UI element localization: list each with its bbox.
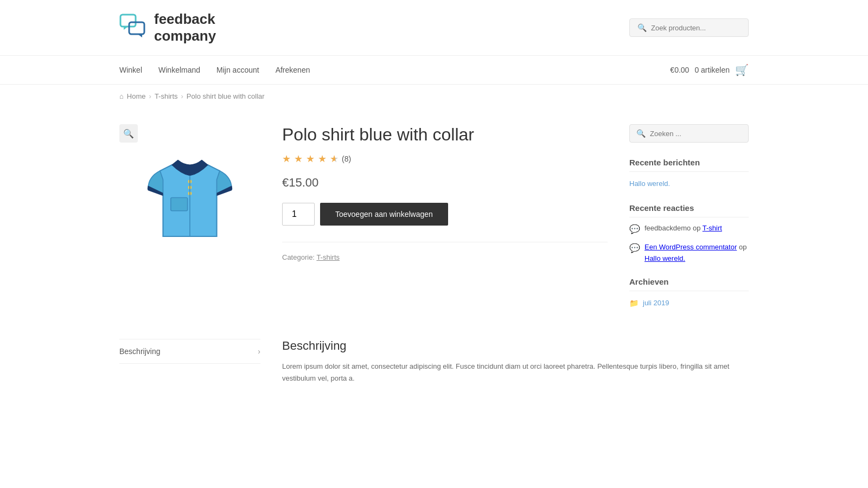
- product-image: [130, 135, 250, 254]
- product-title: Polo shirt blue with collar: [282, 124, 608, 145]
- breadcrumb-sep2: ›: [181, 92, 183, 100]
- star-3: ★: [306, 153, 315, 165]
- description-text: Lorem ipsum dolor sit amet, consectetur …: [282, 361, 749, 384]
- nav-links: Winkel Winkelmand Mijn account Afrekenen: [119, 66, 310, 74]
- category-link[interactable]: T-shirts: [316, 253, 340, 261]
- main-nav: Winkel Winkelmand Mijn account Afrekenen…: [0, 56, 868, 85]
- archives-title: Archieven: [629, 277, 749, 291]
- product-price: €15.00: [282, 176, 608, 190]
- product-area: 🔍: [119, 124, 608, 322]
- recent-comments-title: Recente reacties: [629, 203, 749, 217]
- sidebar-recent-comments: Recente reacties 💬 feedbackdemo op T-shi…: [629, 203, 749, 265]
- nav-mijn-account[interactable]: Mijn account: [216, 66, 259, 74]
- quantity-input[interactable]: [282, 203, 315, 226]
- archive-item-1: 📁 juli 2019: [629, 297, 749, 309]
- comment-text-1: feedbackdemo op T-shirt: [644, 223, 722, 234]
- nav-afrekenen[interactable]: Afrekenen: [276, 66, 310, 74]
- nav-winkelmand[interactable]: Winkelmand: [158, 66, 200, 74]
- header-search-input[interactable]: [651, 24, 741, 32]
- comment1-on: op: [693, 224, 700, 232]
- breadcrumb-category[interactable]: T-shirts: [155, 92, 178, 100]
- search-icon: 🔍: [637, 23, 647, 32]
- category-label: Categorie:: [282, 253, 315, 261]
- star-4: ★: [318, 153, 327, 165]
- description-tab-button[interactable]: Beschrijving ›: [119, 339, 260, 364]
- sidebar-search-box[interactable]: 🔍: [629, 124, 749, 143]
- recent-posts-title: Recente berichten: [629, 158, 749, 172]
- comment1-author: feedbackdemo: [644, 224, 691, 232]
- breadcrumb-home[interactable]: Home: [127, 92, 146, 100]
- logo-icon: [119, 14, 148, 42]
- product-details: Polo shirt blue with collar ★ ★ ★ ★ ★ (8…: [282, 124, 608, 322]
- header-search-box[interactable]: 🔍: [629, 18, 749, 37]
- comment-item-1: 💬 feedbackdemo op T-shirt: [629, 223, 749, 234]
- site-header: feedback company 🔍: [0, 0, 868, 56]
- archive-icon: 📁: [629, 299, 639, 307]
- comment1-post-link[interactable]: T-shirt: [703, 224, 722, 232]
- nav-winkel[interactable]: Winkel: [119, 66, 142, 74]
- star-1: ★: [282, 153, 291, 165]
- home-icon: ⌂: [119, 92, 124, 100]
- star-2: ★: [294, 153, 303, 165]
- sidebar-post-link[interactable]: Hallo wereld.: [629, 177, 749, 190]
- svg-rect-2: [129, 22, 144, 34]
- category-line: Categorie: T-shirts: [282, 242, 608, 261]
- comment-text-2: Een WordPress commentator op Hallo werel…: [644, 242, 749, 265]
- svg-rect-4: [171, 198, 188, 211]
- sidebar-search-input[interactable]: [650, 130, 742, 138]
- cart-icon[interactable]: 🛒: [735, 63, 749, 76]
- comment2-post-link[interactable]: Hallo wereld.: [644, 254, 685, 262]
- comment2-author-link[interactable]: Een WordPress commentator: [644, 243, 737, 251]
- description-section: Beschrijving › Beschrijving Lorem ipsum …: [0, 339, 868, 406]
- description-title: Beschrijving: [282, 339, 749, 353]
- add-to-cart-row: Toevoegen aan winkelwagen: [282, 203, 608, 226]
- cart-count: 0 artikelen: [694, 66, 730, 74]
- product-rating: ★ ★ ★ ★ ★ (8): [282, 153, 608, 165]
- logo-text: feedback company: [154, 11, 216, 44]
- desc-tab-label: Beschrijving: [119, 347, 160, 356]
- product-image-wrap: 🔍: [119, 124, 260, 322]
- comment-icon-1: 💬: [629, 224, 640, 234]
- sidebar-archives: Archieven 📁 juli 2019: [629, 277, 749, 309]
- svg-rect-0: [120, 15, 136, 27]
- cart-price: €0.00: [670, 66, 689, 74]
- sidebar-search-icon: 🔍: [636, 129, 646, 138]
- comment-item-2: 💬 Een WordPress commentator op Hallo wer…: [629, 242, 749, 265]
- sidebar: 🔍 Recente berichten Hallo wereld. Recent…: [629, 124, 749, 322]
- review-count[interactable]: (8): [342, 155, 351, 163]
- main-content: 🔍: [0, 108, 868, 338]
- chevron-right-icon: ›: [258, 347, 260, 356]
- description-content: Beschrijving Lorem ipsum dolor sit amet,…: [282, 339, 749, 384]
- comment2-on: op: [739, 243, 746, 251]
- logo: feedback company: [119, 11, 216, 44]
- sidebar-recent-posts: Recente berichten Hallo wereld.: [629, 158, 749, 190]
- breadcrumb: ⌂ Home › T-shirts › Polo shirt blue with…: [0, 85, 868, 108]
- archive-link[interactable]: juli 2019: [643, 297, 669, 309]
- comment-icon-2: 💬: [629, 243, 640, 253]
- add-to-cart-button[interactable]: Toevoegen aan winkelwagen: [320, 203, 448, 226]
- zoom-icon[interactable]: 🔍: [119, 124, 138, 143]
- cart-area: €0.00 0 artikelen 🛒: [670, 63, 749, 76]
- star-5-half: ★: [330, 153, 339, 165]
- breadcrumb-sep1: ›: [149, 92, 151, 100]
- breadcrumb-current: Polo shirt blue with collar: [187, 92, 265, 100]
- description-tab: Beschrijving ›: [119, 339, 260, 384]
